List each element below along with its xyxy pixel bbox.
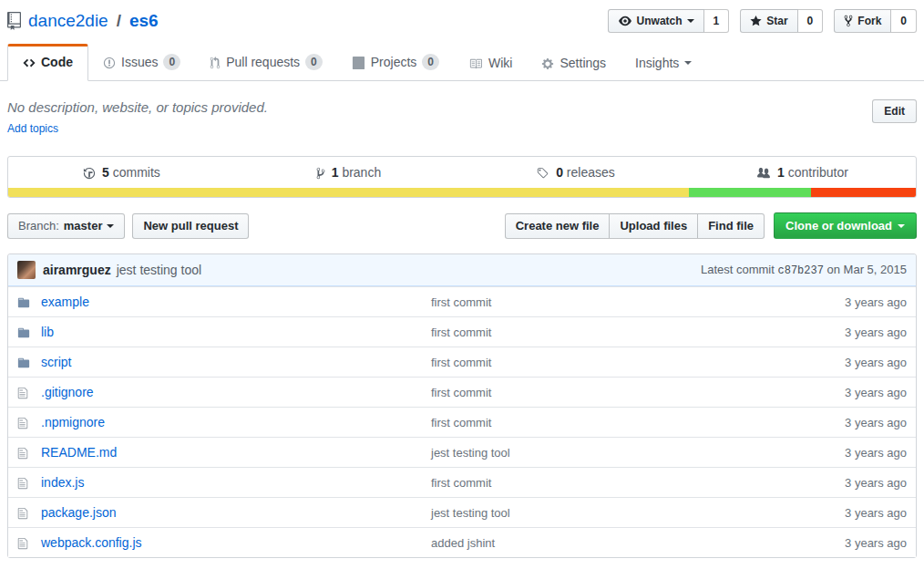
repo-description: No description, website, or topics provi…	[7, 99, 268, 115]
file-icon	[17, 415, 41, 429]
create-new-file-button[interactable]: Create new file	[505, 213, 611, 239]
page-header: dance2die / es6 Unwatch 1 Star 0 Fork 0	[0, 0, 924, 35]
file-age: 3 years ago	[770, 446, 907, 460]
clone-or-download-button[interactable]: Clone or download	[774, 212, 917, 239]
folder-icon	[17, 325, 41, 339]
branch-select-button[interactable]: Branch: master	[7, 213, 125, 239]
edit-button[interactable]: Edit	[872, 99, 917, 123]
tab-settings[interactable]: Settings	[527, 45, 621, 81]
commit-author-link[interactable]: airamrguez	[43, 263, 111, 277]
commit-message-link[interactable]: first commit	[431, 476, 770, 490]
pulls-count-badge: 0	[305, 54, 323, 70]
language-segment-red	[811, 188, 916, 197]
repo-actions: Unwatch 1 Star 0 Fork 0	[608, 9, 917, 33]
stat-commits[interactable]: 5 commits	[8, 157, 235, 188]
code-icon	[23, 55, 36, 69]
commit-message-link[interactable]: first commit	[431, 356, 770, 369]
commit-sha-link[interactable]: c87b237	[778, 264, 824, 277]
eye-icon	[618, 14, 632, 28]
pull-request-icon	[210, 55, 221, 69]
table-row: webpack.config.js added jshint 3 years a…	[8, 527, 916, 557]
stat-contributors[interactable]: 1 contributor	[689, 157, 916, 188]
table-row: index.js first commit 3 years ago	[8, 467, 916, 497]
new-pull-request-button[interactable]: New pull request	[132, 213, 249, 239]
language-segment-green	[689, 188, 811, 197]
repo-name-link[interactable]: es6	[129, 7, 159, 35]
repo-nav: Code Issues 0 Pull requests 0 Projects 0…	[0, 43, 924, 81]
unwatch-button[interactable]: Unwatch	[608, 9, 704, 33]
star-count[interactable]: 0	[798, 9, 824, 33]
stat-branches[interactable]: 1 branch	[235, 157, 462, 188]
watch-count[interactable]: 1	[704, 9, 730, 33]
file-icon	[17, 505, 41, 520]
star-button[interactable]: Star	[740, 9, 797, 33]
language-bar[interactable]	[8, 188, 916, 197]
book-icon	[468, 56, 483, 70]
avatar[interactable]	[17, 261, 36, 279]
tab-issues[interactable]: Issues 0	[88, 43, 195, 81]
repo-title: dance2die / es6	[7, 7, 159, 35]
commit-message-link[interactable]: first commit	[431, 326, 770, 339]
table-row: script first commit 3 years ago	[8, 347, 916, 377]
issue-icon	[103, 55, 116, 69]
fork-icon	[844, 14, 853, 28]
file-icon	[17, 475, 41, 490]
repo-owner-link[interactable]: dance2die	[28, 7, 108, 35]
file-age: 3 years ago	[770, 536, 907, 550]
commit-message-link[interactable]: first commit	[431, 386, 770, 399]
file-link[interactable]: script	[41, 355, 431, 369]
commit-message-link[interactable]: added jshint	[431, 536, 770, 550]
stat-releases[interactable]: 0 releases	[462, 157, 689, 188]
fork-button[interactable]: Fork	[834, 9, 891, 33]
folder-icon	[17, 355, 41, 369]
file-age: 3 years ago	[770, 386, 907, 399]
latest-commit-bar: airamrguez jest testing tool Latest comm…	[8, 254, 916, 286]
table-row: lib first commit 3 years ago	[8, 316, 916, 347]
tab-wiki[interactable]: Wiki	[454, 45, 527, 81]
file-age: 3 years ago	[770, 416, 907, 429]
commit-message-link[interactable]: jest testing tool	[431, 446, 770, 460]
fork-group: Fork 0	[834, 9, 917, 33]
file-link[interactable]: README.md	[41, 445, 431, 460]
file-link[interactable]: index.js	[41, 475, 431, 490]
projects-count-badge: 0	[422, 54, 439, 70]
file-age: 3 years ago	[770, 356, 907, 369]
table-row: example first commit 3 years ago	[8, 286, 916, 316]
tag-icon	[536, 165, 549, 180]
file-link[interactable]: lib	[41, 325, 431, 339]
tab-pull-requests[interactable]: Pull requests 0	[195, 43, 337, 81]
stats-summary: 5 commits 1 branch 0 releases 1 contribu…	[7, 156, 917, 198]
find-file-button[interactable]: Find file	[697, 213, 765, 239]
commit-message-link[interactable]: jest testing tool	[117, 263, 201, 277]
commit-message-link[interactable]: first commit	[431, 416, 770, 429]
latest-commit-meta: Latest commit c87b237 on Mar 5, 2015	[701, 263, 907, 277]
file-link[interactable]: .npmignore	[41, 415, 431, 429]
add-topics-link[interactable]: Add topics	[7, 122, 58, 135]
file-link[interactable]: package.json	[41, 505, 431, 520]
commit-message-link[interactable]: jest testing tool	[431, 506, 770, 520]
caret-down-icon	[898, 224, 905, 232]
files-box: airamrguez jest testing tool Latest comm…	[7, 253, 917, 558]
commit-message-link[interactable]: first commit	[431, 295, 770, 309]
file-link[interactable]: webpack.config.js	[41, 535, 431, 550]
tab-insights[interactable]: Insights	[621, 45, 706, 81]
file-age: 3 years ago	[770, 295, 907, 309]
caret-down-icon	[684, 61, 692, 68]
file-link[interactable]: .gitignore	[41, 385, 431, 399]
file-icon	[17, 385, 41, 399]
upload-files-button[interactable]: Upload files	[609, 213, 698, 239]
table-row: README.md jest testing tool 3 years ago	[8, 437, 916, 467]
file-icon	[17, 535, 41, 550]
table-row: .npmignore first commit 3 years ago	[8, 407, 916, 437]
tab-projects[interactable]: Projects 0	[337, 43, 454, 81]
file-navigation: Branch: master New pull request Create n…	[7, 212, 917, 239]
fork-count[interactable]: 0	[891, 9, 917, 33]
file-age: 3 years ago	[770, 326, 907, 339]
file-icon	[17, 445, 41, 460]
caret-down-icon	[687, 19, 694, 26]
table-row: package.json jest testing tool 3 years a…	[8, 497, 916, 527]
folder-icon	[17, 295, 41, 309]
file-age: 3 years ago	[770, 506, 907, 520]
tab-code[interactable]: Code	[7, 44, 88, 81]
file-link[interactable]: example	[41, 295, 431, 309]
